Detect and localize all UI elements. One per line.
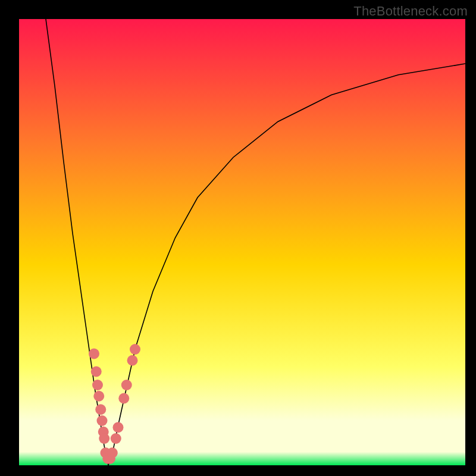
marker-point	[99, 433, 109, 444]
curves-layer	[19, 19, 465, 465]
marker-point	[113, 422, 124, 433]
marker-point	[97, 415, 108, 426]
curve-right	[108, 64, 465, 465]
marker-point	[118, 393, 129, 404]
marker-point	[111, 433, 121, 444]
marker-point	[95, 404, 106, 415]
marker-point	[121, 380, 132, 390]
plot-area	[19, 19, 465, 465]
marker-point	[89, 349, 99, 359]
marker-point	[130, 344, 140, 355]
marker-point	[92, 380, 103, 390]
marker-point	[107, 447, 118, 458]
marker-point	[91, 367, 102, 377]
marker-group	[89, 344, 140, 464]
watermark-text: TheBottleneck.com	[353, 4, 468, 19]
marker-point	[93, 391, 104, 402]
marker-point	[127, 355, 138, 366]
chart-frame: TheBottleneck.com	[0, 0, 476, 476]
